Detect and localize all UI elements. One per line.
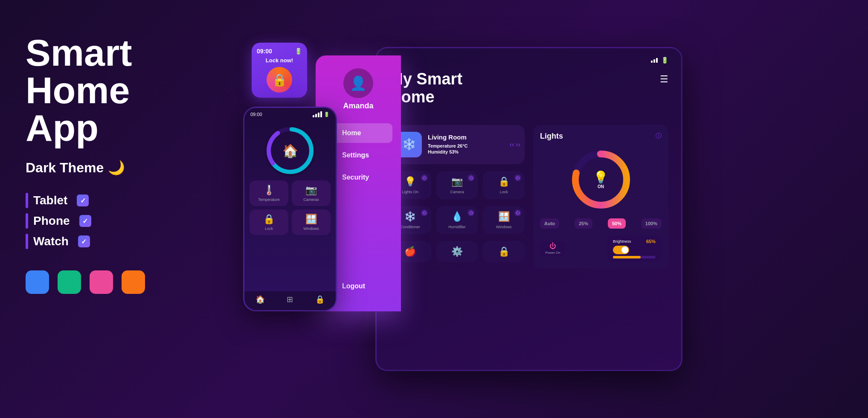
living-room-name: Living Room — [428, 134, 467, 141]
tablet-check-icon: ✓ — [77, 194, 89, 206]
windows-label: Windows — [296, 226, 326, 231]
phone-battery: 🔋 — [324, 112, 330, 117]
signal-bar-4 — [320, 111, 322, 117]
humidifier-label: Humidifier — [441, 225, 473, 229]
windows-power-btn[interactable]: ⏻ — [514, 209, 521, 216]
lights-power-btn[interactable]: ⏻ — [421, 174, 428, 181]
ac-icon: ❄️ — [402, 138, 416, 151]
watch-lock-icon[interactable]: 🔒 — [267, 67, 292, 93]
watch-time-bar: 09:00 🔋 — [257, 48, 302, 55]
brightness-control[interactable]: Brightness 65% — [607, 235, 662, 262]
home-nav-label: Home — [342, 129, 361, 137]
light-bulb-icon: 💡 — [593, 170, 608, 184]
platform-phone-label: Phone — [33, 214, 70, 228]
signal-bar-3 — [318, 113, 319, 117]
conditioner-power-btn[interactable]: ⏻ — [421, 209, 428, 216]
temperature-stat: Temperature 26°C — [428, 143, 467, 148]
signal-bar-1 — [313, 115, 314, 117]
brightness-value: 65% — [646, 239, 656, 244]
phone-card-lock[interactable]: 🔒 Lock — [250, 209, 288, 235]
swatch-orange[interactable] — [122, 270, 145, 294]
phone-screen: 09:00 🔋 🏠 🌡️ Temperature 📷 — [243, 107, 337, 311]
lock-icon: 🔒 — [254, 214, 284, 225]
device-lock[interactable]: ⏻ 🔒 Lock — [483, 171, 525, 199]
app-title: Smart Home App — [26, 34, 205, 147]
power-icon: ⏻ — [549, 242, 556, 250]
bottom-card-settings[interactable]: ⚙️ — [436, 241, 478, 262]
preset-100[interactable]: 100% — [641, 218, 662, 229]
phone-nav-lock[interactable]: 🔒 — [315, 295, 325, 304]
platform-tablet: Tablet ✓ — [26, 193, 205, 208]
cameras-label: Cameras — [296, 197, 326, 202]
lights-info-icon[interactable]: ⓘ — [656, 132, 662, 140]
brightness-toggle[interactable] — [613, 246, 629, 254]
user-avatar: 👤 — [343, 68, 373, 98]
camera-label: Camera — [441, 190, 473, 194]
dark-theme-label: Dark Theme 🌙 — [26, 160, 205, 176]
temperature-icon: 🌡️ — [254, 185, 284, 196]
tablet-main-content: ❄️ Living Room Temperature 26°C Humidity… — [389, 125, 668, 269]
next-arrow-icon[interactable]: ›› — [516, 141, 520, 148]
phone-dial[interactable]: 🏠 — [264, 125, 316, 176]
settings-nav-label: Settings — [342, 151, 369, 159]
lights-controls: ⏻ Power On Brightness 65% — [540, 235, 662, 262]
settings-active-icon: ⚙️ — [451, 246, 463, 257]
lights-header: Lights ⓘ — [540, 132, 662, 141]
lights-title: Lights — [540, 132, 563, 141]
bottom-card-lock[interactable]: 🔒 — [483, 241, 525, 262]
watch-time: 09:00 — [257, 48, 272, 55]
tablet-signal — [651, 58, 658, 63]
device-humidifier[interactable]: ⏻ 💧 Humidifier — [436, 206, 478, 234]
platform-watch: Watch ✓ — [26, 234, 205, 249]
preset-50[interactable]: 50% — [608, 218, 626, 229]
platform-phone: Phone ✓ — [26, 213, 205, 229]
lock-symbol: 🔒 — [272, 73, 287, 87]
security-nav-label: Security — [342, 174, 369, 181]
bottom-lock-icon: 🔒 — [498, 246, 510, 257]
camera-power-btn[interactable]: ⏻ — [467, 174, 474, 181]
device-grid-row2: ⏻ ❄️ Conditioner ⏻ 💧 Humidifier ⏻ 🪟 Wind… — [389, 206, 525, 234]
brightness-bar[interactable] — [613, 256, 656, 258]
lights-dial[interactable]: 💡 ON — [569, 148, 633, 212]
swatch-pink[interactable] — [90, 270, 113, 294]
watch-notification[interactable]: 09:00 🔋 Lock now! 🔒 — [252, 43, 307, 98]
phone-check-icon: ✓ — [79, 215, 91, 227]
preset-25[interactable]: 25% — [575, 218, 592, 229]
device-windows[interactable]: ⏻ 🪟 Windows — [483, 206, 525, 234]
phone-card-cameras[interactable]: 📷 Cameras — [292, 180, 331, 206]
phone-circle-display: 🏠 — [244, 121, 336, 180]
phone-nav-grid[interactable]: ⊞ — [287, 295, 293, 304]
preset-auto[interactable]: Auto — [540, 218, 559, 229]
tablet-status-bar: 🔋 — [389, 57, 668, 64]
signal-bar-2 — [315, 114, 317, 117]
platform-watch-label: Watch — [33, 235, 69, 248]
watch-battery-icon: 🔋 — [295, 48, 302, 55]
prev-arrow-icon[interactable]: ‹‹ — [510, 141, 514, 148]
brightness-fill — [613, 256, 641, 258]
tablet-battery-icon: 🔋 — [661, 57, 668, 64]
phone-card-temperature[interactable]: 🌡️ Temperature — [250, 180, 288, 206]
power-on-button[interactable]: ⏻ Power On — [540, 241, 566, 256]
swatch-blue[interactable] — [26, 270, 49, 294]
moon-icon: 🌙 — [108, 160, 125, 176]
tablet-left-column: ❄️ Living Room Temperature 26°C Humidity… — [389, 125, 525, 269]
phone-status-bar: 09:00 🔋 — [244, 108, 336, 121]
living-room-card[interactable]: ❄️ Living Room Temperature 26°C Humidity… — [389, 125, 525, 164]
lights-on-label: ON — [593, 184, 608, 189]
nav-arrows[interactable]: ‹‹ ›› — [510, 141, 520, 148]
swatch-green[interactable] — [58, 270, 81, 294]
phone-nav-home[interactable]: 🏠 — [255, 295, 265, 304]
left-section: Smart Home App Dark Theme 🌙 Tablet ✓ Pho… — [26, 34, 205, 294]
toggle-knob — [621, 247, 628, 253]
power-on-label: Power On — [545, 251, 560, 255]
phone-card-windows[interactable]: 🪟 Windows — [292, 209, 331, 235]
tablet-right-column: Lights ⓘ — [533, 125, 668, 269]
phone-device-grid: 🌡️ Temperature 📷 Cameras 🔒 Lock 🪟 Window… — [244, 180, 336, 235]
lights-dial-container: 💡 ON — [540, 148, 662, 212]
lock-label: Lock — [254, 226, 284, 231]
humidifier-power-btn[interactable]: ⏻ — [467, 209, 474, 216]
device-camera[interactable]: ⏻ 📷 Camera — [436, 171, 478, 199]
lock-power-btn[interactable]: ⏻ — [514, 174, 521, 181]
logout-nav-label: Logout — [342, 282, 365, 290]
hamburger-menu[interactable]: ☰ — [660, 74, 668, 85]
